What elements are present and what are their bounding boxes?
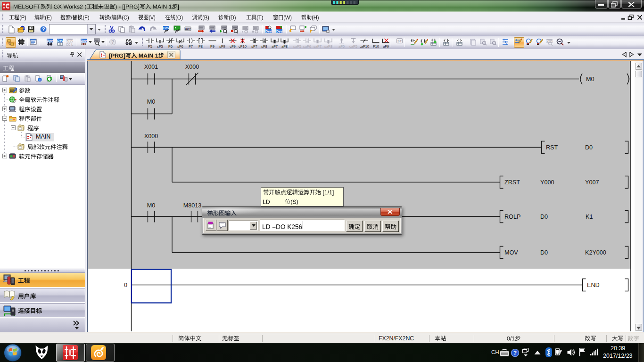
svg-text:saF5: saF5 [293, 44, 301, 48]
svg-text:?: ? [42, 26, 45, 32]
svg-text:saF7: saF7 [314, 44, 322, 48]
svg-text:M0: M0 [147, 99, 156, 105]
svg-text:Y000: Y000 [540, 179, 554, 186]
svg-text:aF7: aF7 [272, 44, 278, 48]
svg-text:caF5: caF5 [349, 44, 357, 48]
svg-text:Dev: Dev [163, 26, 169, 30]
svg-text:?: ? [513, 350, 517, 356]
svg-text:F7: F7 [189, 44, 193, 48]
svg-text:aF5: aF5 [339, 44, 345, 48]
svg-text:Dev: Dev [81, 39, 87, 42]
svg-text:D0: D0 [540, 249, 548, 256]
svg-text:sF7: sF7 [251, 44, 257, 48]
svg-text:0: 0 [124, 282, 127, 288]
svg-text:sF5: sF5 [157, 44, 163, 48]
svg-text:END: END [587, 282, 600, 288]
svg-text:M0: M0 [147, 202, 156, 209]
svg-text:ROLP: ROLP [504, 214, 520, 220]
svg-text:saF6: saF6 [303, 44, 311, 48]
svg-text:saF8: saF8 [324, 44, 332, 48]
svg-text:sF9: sF9 [219, 44, 225, 48]
svg-text:sF8: sF8 [261, 44, 267, 48]
svg-text:i: i [39, 78, 40, 82]
svg-text:D0: D0 [540, 214, 548, 220]
svg-text:F5: F5 [148, 44, 152, 48]
svg-text:F10: F10 [373, 44, 379, 48]
svg-text:F9: F9 [210, 44, 215, 48]
svg-text:X000: X000 [185, 64, 199, 70]
svg-text:RST: RST [546, 144, 558, 151]
svg-text:M0: M0 [586, 76, 594, 82]
svg-text:Dev: Dev [66, 39, 73, 42]
svg-text:HKY: HKY [185, 28, 191, 31]
svg-text:?: ? [111, 39, 115, 45]
svg-text:sF6: sF6 [177, 44, 183, 48]
svg-text:aF8: aF8 [281, 44, 288, 48]
svg-text:ST: ST [397, 40, 402, 43]
svg-text:K1: K1 [586, 214, 593, 220]
svg-text:CC-L: CC-L [66, 43, 73, 46]
svg-text:Dev: Dev [47, 39, 53, 42]
svg-text:F8: F8 [198, 44, 203, 48]
svg-text:cF9: cF9 [230, 44, 236, 48]
svg-text:caF10: caF10 [360, 44, 369, 48]
svg-text:D0: D0 [585, 144, 593, 151]
svg-text:MOV: MOV [504, 249, 518, 256]
svg-text:Y007: Y007 [585, 179, 599, 186]
svg-text:F6: F6 [168, 44, 173, 48]
svg-text:Dev: Dev [265, 30, 272, 33]
svg-text:ZRST: ZRST [504, 179, 520, 186]
svg-text:X001: X001 [144, 64, 158, 70]
svg-text:aF9: aF9 [383, 44, 389, 48]
svg-text:M8013: M8013 [183, 202, 202, 209]
svg-text:X000: X000 [144, 133, 158, 140]
svg-text:K2Y000: K2Y000 [585, 249, 606, 256]
svg-text:Dev: Dev [276, 30, 282, 33]
svg-text:Dev: Dev [57, 39, 63, 42]
